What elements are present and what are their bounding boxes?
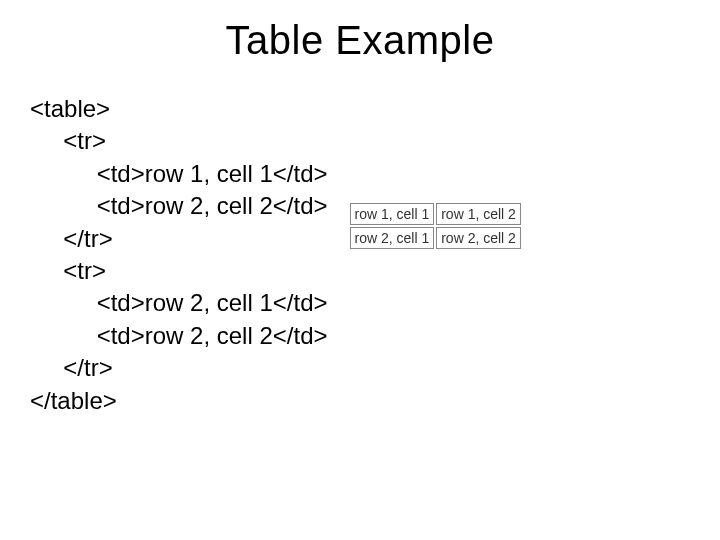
code-line: <td>row 2, cell 1</td> bbox=[30, 289, 328, 316]
code-line: <td>row 2, cell 2</td> bbox=[30, 322, 328, 349]
code-line: <td>row 2, cell 2</td> bbox=[30, 192, 328, 219]
code-line: <table> bbox=[30, 95, 110, 122]
table-cell: row 1, cell 1 bbox=[350, 203, 435, 225]
slide: Table Example <table> <tr> <td>row 1, ce… bbox=[0, 0, 720, 540]
table-row: row 1, cell 1 row 1, cell 2 bbox=[350, 203, 521, 225]
table-cell: row 1, cell 2 bbox=[436, 203, 521, 225]
code-line: </table> bbox=[30, 387, 117, 414]
code-line: <td>row 1, cell 1</td> bbox=[30, 160, 328, 187]
table-row: row 2, cell 1 row 2, cell 2 bbox=[350, 227, 521, 249]
page-title: Table Example bbox=[0, 0, 720, 63]
code-line: </tr> bbox=[30, 354, 113, 381]
code-example: <table> <tr> <td>row 1, cell 1</td> <td>… bbox=[30, 93, 328, 417]
code-line: </tr> bbox=[30, 225, 113, 252]
table-cell: row 2, cell 1 bbox=[350, 227, 435, 249]
table-cell: row 2, cell 2 bbox=[436, 227, 521, 249]
content-area: <table> <tr> <td>row 1, cell 1</td> <td>… bbox=[0, 93, 720, 417]
demo-table: row 1, cell 1 row 1, cell 2 row 2, cell … bbox=[348, 201, 523, 251]
rendered-output: row 1, cell 1 row 1, cell 2 row 2, cell … bbox=[348, 201, 523, 251]
code-line: <tr> bbox=[30, 127, 106, 154]
code-line: <tr> bbox=[30, 257, 106, 284]
